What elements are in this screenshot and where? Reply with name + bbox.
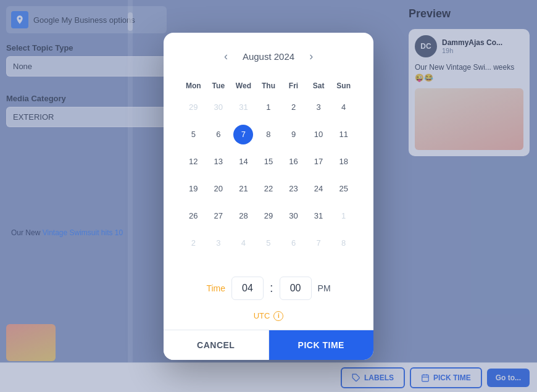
calendar-day[interactable]: 31 (306, 202, 331, 230)
day-header-mon: Mon (181, 78, 206, 94)
day-header-wed: Wed (231, 78, 256, 94)
calendar-day[interactable]: 8 (331, 230, 356, 257)
month-year-label: August 2024 (243, 51, 294, 62)
calendar-day[interactable]: 17 (306, 148, 331, 175)
calendar-day[interactable]: 8 (256, 121, 281, 148)
calendar-day[interactable]: 2 (181, 230, 206, 257)
calendar-day[interactable]: 4 (331, 94, 356, 121)
time-colon: : (270, 281, 273, 295)
prev-chevron-icon: ‹ (224, 50, 228, 63)
pick-time-confirm-button[interactable]: PICK TIME (269, 330, 374, 360)
calendar-day[interactable]: 31 (231, 94, 256, 121)
calendar-day[interactable]: 5 (181, 121, 206, 148)
day-header-fri: Fri (281, 78, 306, 94)
modal-actions: CANCEL PICK TIME (164, 330, 373, 360)
next-chevron-icon: › (309, 50, 313, 63)
calendar-day[interactable]: 30 (281, 202, 306, 230)
time-section: Time : PM (181, 269, 356, 307)
calendar-day[interactable]: 21 (231, 175, 256, 202)
calendar-day[interactable]: 10 (306, 121, 331, 148)
calendar-row-4: 19 20 21 22 23 24 25 (181, 175, 356, 202)
info-icon[interactable]: i (273, 311, 283, 321)
calendar-day[interactable]: 26 (181, 202, 206, 230)
calendar-row-5: 26 27 28 29 30 31 1 (181, 202, 356, 230)
calendar-day[interactable]: 16 (281, 148, 306, 175)
calendar-day[interactable]: 14 (231, 148, 256, 175)
calendar-day[interactable]: 23 (281, 175, 306, 202)
calendar-day[interactable]: 18 (331, 148, 356, 175)
calendar-grid: Mon Tue Wed Thu Fri Sat Sun 29 30 31 1 2 (181, 78, 356, 257)
calendar-day[interactable]: 4 (231, 230, 256, 257)
calendar-day[interactable]: 1 (331, 202, 356, 230)
calendar-day[interactable]: 30 (206, 94, 231, 121)
day-header-sun: Sun (331, 78, 356, 94)
time-label: Time (206, 283, 225, 293)
cancel-button[interactable]: CANCEL (164, 330, 268, 360)
modal-overlay: ‹ August 2024 › Mon Tue Wed Thu Fri Sat … (0, 0, 537, 392)
calendar-day[interactable]: 13 (206, 148, 231, 175)
calendar-day[interactable]: 20 (206, 175, 231, 202)
calendar-header: ‹ August 2024 › (181, 48, 356, 65)
calendar-day[interactable]: 6 (281, 230, 306, 257)
calendar-day[interactable]: 24 (306, 175, 331, 202)
calendar-row-2: 5 6 7 8 9 10 11 (181, 121, 356, 148)
calendar-day[interactable]: 22 (256, 175, 281, 202)
calendar-day[interactable]: 12 (181, 148, 206, 175)
prev-month-button[interactable]: ‹ (222, 48, 230, 65)
next-month-button[interactable]: › (307, 48, 315, 65)
calendar-day[interactable]: 3 (306, 94, 331, 121)
calendar-day[interactable]: 25 (331, 175, 356, 202)
calendar-day[interactable]: 27 (206, 202, 231, 230)
calendar-day[interactable]: 3 (206, 230, 231, 257)
calendar-day[interactable]: 29 (256, 202, 281, 230)
utc-section: UTC i (181, 307, 356, 330)
day-header-thu: Thu (256, 78, 281, 94)
calendar-day[interactable]: 11 (331, 121, 356, 148)
calendar-modal: ‹ August 2024 › Mon Tue Wed Thu Fri Sat … (164, 33, 373, 360)
calendar-day[interactable]: 9 (281, 121, 306, 148)
calendar-day-7[interactable]: 7 (231, 121, 256, 148)
calendar-row-6: 2 3 4 5 6 7 8 (181, 230, 356, 257)
calendar-day[interactable]: 5 (256, 230, 281, 257)
calendar-day-headers: Mon Tue Wed Thu Fri Sat Sun (181, 78, 356, 94)
calendar-day[interactable]: 28 (231, 202, 256, 230)
time-period: PM (318, 283, 331, 293)
day-header-sat: Sat (306, 78, 331, 94)
calendar-day[interactable]: 15 (256, 148, 281, 175)
calendar-day[interactable]: 6 (206, 121, 231, 148)
calendar-day[interactable]: 29 (181, 94, 206, 121)
minute-input[interactable] (280, 277, 312, 300)
calendar-day[interactable]: 7 (306, 230, 331, 257)
calendar-row-1: 29 30 31 1 2 3 4 (181, 94, 356, 121)
calendar-day[interactable]: 2 (281, 94, 306, 121)
hour-input[interactable] (231, 277, 264, 300)
utc-label: UTC (254, 311, 270, 320)
day-header-tue: Tue (206, 78, 231, 94)
calendar-day[interactable]: 1 (256, 94, 281, 121)
calendar-day[interactable]: 19 (181, 175, 206, 202)
calendar-row-3: 12 13 14 15 16 17 18 (181, 148, 356, 175)
